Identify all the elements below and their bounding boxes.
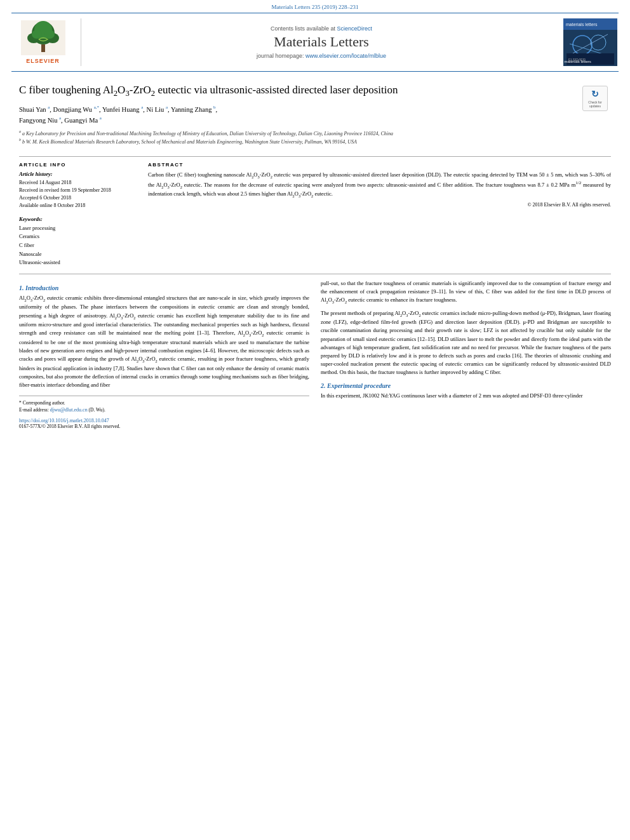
elsevier-label-text: ELSEVIER	[26, 58, 60, 64]
intro-paragraph: Al2O3-ZrO2 eutectic ceramic exhibits thr…	[19, 294, 309, 389]
keyword-ceramics: Ceramics	[19, 232, 137, 241]
body-right-col: pull-out, so that the fracture toughness…	[321, 279, 611, 429]
article-title-text: C fiber toughening Al2O3-ZrO2 eutectic v…	[19, 83, 573, 151]
abstract-heading: ABSTRACT	[148, 162, 611, 168]
corresponding-author-note: * Corresponding author.	[19, 400, 309, 406]
cover-svg: materials letters ELSEVIER	[563, 18, 617, 66]
svg-text:materials letters: materials letters	[566, 22, 598, 27]
keywords-label: Keywords:	[19, 216, 137, 222]
check-badge-inner: ↻ Check forupdates	[582, 86, 608, 111]
article-history-label: Article history:	[19, 171, 137, 177]
received-date: Received 14 August 2018	[19, 179, 137, 187]
right-paragraph-3: In this experiment, JK1002 Nd:YAG contin…	[321, 392, 611, 400]
section-divider-2	[19, 274, 611, 274]
affiliation-b: b W. M. Keck Biomedical Materials Resear…	[22, 139, 357, 145]
body-left-col: 1. Introduction Al2O3-ZrO2 eutectic cera…	[19, 279, 309, 429]
email-name: (D. Wu).	[89, 407, 105, 413]
page-container: Materials Letters 235 (2019) 228–231 ELS…	[0, 0, 630, 840]
journal-ref-text: Materials Letters 235 (2019) 228–231	[272, 4, 359, 10]
doi-section: https://doi.org/10.1016/j.matlet.2018.10…	[19, 417, 309, 423]
article-info-heading: ARTICLE INFO	[19, 162, 137, 168]
elsevier-tree-icon	[21, 20, 65, 55]
journal-header: ELSEVIER Contents lists available at Sci…	[11, 13, 619, 72]
keyword-ultrasonic: Ultrasonic-assisted	[19, 258, 137, 267]
homepage-url[interactable]: www.elsevier.com/locate/mlblue	[305, 53, 386, 59]
email-label: E-mail address:	[19, 407, 49, 413]
keyword-cfiber: C fiber	[19, 241, 137, 250]
keywords-section: Keywords: Laser processing Ceramics C fi…	[19, 216, 137, 267]
sciencedirect-link[interactable]: ScienceDirect	[337, 25, 373, 32]
available-date: Available online 8 October 2018	[19, 202, 137, 210]
journal-homepage: journal homepage: www.elsevier.com/locat…	[257, 53, 386, 59]
affiliations: a a Key Laboratory for Precision and Non…	[19, 129, 573, 146]
email-link[interactable]: djwu@dlut.edu.cn	[50, 407, 88, 413]
journal-cover-image: materials letters ELSEVIER	[561, 18, 619, 66]
svg-rect-1	[41, 44, 45, 52]
svg-point-7	[44, 30, 55, 39]
homepage-label: journal homepage:	[257, 53, 304, 59]
body-content: 1. Introduction Al2O3-ZrO2 eutectic cera…	[19, 279, 611, 429]
doi-link[interactable]: https://doi.org/10.1016/j.matlet.2018.10…	[19, 418, 109, 423]
abstract-text: Carbon fiber (C fiber) toughening nanosc…	[148, 171, 611, 210]
cover-image-graphic: materials letters ELSEVIER	[563, 18, 617, 66]
email-footnote: E-mail address: djwu@dlut.edu.cn (D. Wu)…	[19, 407, 309, 413]
keyword-laser: Laser processing	[19, 224, 137, 233]
check-for-updates-badge: ↻ Check forupdates	[582, 86, 611, 114]
abstract-col: ABSTRACT Carbon fiber (C fiber) tougheni…	[148, 162, 611, 267]
received-revised-date: Received in revised form 19 September 20…	[19, 187, 137, 194]
article-content: C fiber toughening Al2O3-ZrO2 eutectic v…	[0, 72, 630, 437]
accepted-date: Accepted 6 October 2018	[19, 194, 137, 202]
journal-title-header: Materials Letters	[274, 34, 369, 50]
journal-center: Contents lists available at ScienceDirec…	[88, 18, 555, 66]
corresponding-author-label: * Corresponding author.	[19, 400, 65, 406]
affiliation-a: a Key Laboratory for Precision and Non-t…	[22, 130, 393, 136]
contents-available-line: Contents lists available at ScienceDirec…	[271, 25, 372, 32]
article-title-section: C fiber toughening Al2O3-ZrO2 eutectic v…	[19, 83, 611, 151]
footer-rights: 0167-577X/© 2018 Elsevier B.V. All right…	[19, 423, 309, 429]
section2-title: 2. Experimental procedure	[321, 382, 611, 389]
refresh-icon: ↻	[591, 89, 599, 99]
right-paragraph-1: pull-out, so that the fracture toughness…	[321, 279, 611, 305]
section1-title: 1. Introduction	[19, 284, 309, 291]
article-info-abstract: ARTICLE INFO Article history: Received 1…	[19, 162, 611, 267]
authors: Shuai Yan a, Dongjiang Wu a,*, Yunfei Hu…	[19, 104, 573, 126]
check-updates-label: Check forupdates	[588, 100, 601, 108]
copyright-text: © 2018 Elsevier B.V. All rights reserved…	[148, 201, 611, 209]
article-info-col: ARTICLE INFO Article history: Received 1…	[19, 162, 137, 267]
footer-section: * Corresponding author. E-mail address: …	[19, 396, 309, 429]
svg-text:ELSEVIER: ELSEVIER	[568, 58, 586, 62]
section-divider-1	[19, 156, 611, 157]
svg-point-6	[32, 30, 42, 39]
elsevier-logo: ELSEVIER	[11, 18, 81, 66]
right-paragraph-2: The present methods of preparing Al2O3-Z…	[321, 309, 611, 377]
contents-text: Contents lists available at	[271, 25, 335, 32]
article-title: C fiber toughening Al2O3-ZrO2 eutectic v…	[19, 83, 573, 99]
keyword-nanoscale: Nanoscale	[19, 250, 137, 259]
journal-ref-bar: Materials Letters 235 (2019) 228–231	[0, 0, 630, 13]
